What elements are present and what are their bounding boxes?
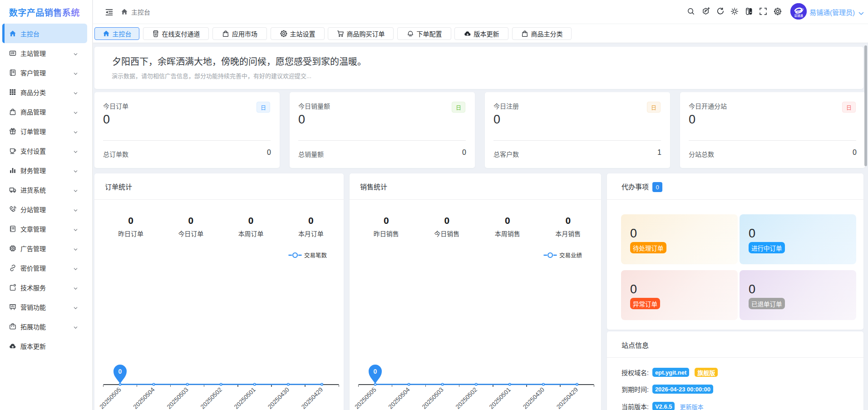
svg-text:易铺通: 易铺通 xyxy=(794,14,803,18)
svg-text:20250504: 20250504 xyxy=(387,386,411,410)
svg-text:20250504: 20250504 xyxy=(132,386,156,410)
svg-text:20250505: 20250505 xyxy=(354,386,378,410)
svg-text:0: 0 xyxy=(118,368,122,375)
svg-text:20250430: 20250430 xyxy=(266,386,291,410)
svg-text:20250429: 20250429 xyxy=(555,386,579,410)
svg-text:20250502: 20250502 xyxy=(454,386,478,410)
svg-text:20250501: 20250501 xyxy=(233,386,257,410)
svg-text:0: 0 xyxy=(374,368,377,375)
svg-text:20250429: 20250429 xyxy=(300,386,324,410)
svg-text:20250430: 20250430 xyxy=(522,386,546,410)
svg-text:20250501: 20250501 xyxy=(488,386,512,410)
svg-text:20250505: 20250505 xyxy=(99,386,123,410)
svg-text:20250503: 20250503 xyxy=(166,386,190,410)
svg-text:20250502: 20250502 xyxy=(199,386,223,410)
svg-text:20250503: 20250503 xyxy=(421,386,445,410)
